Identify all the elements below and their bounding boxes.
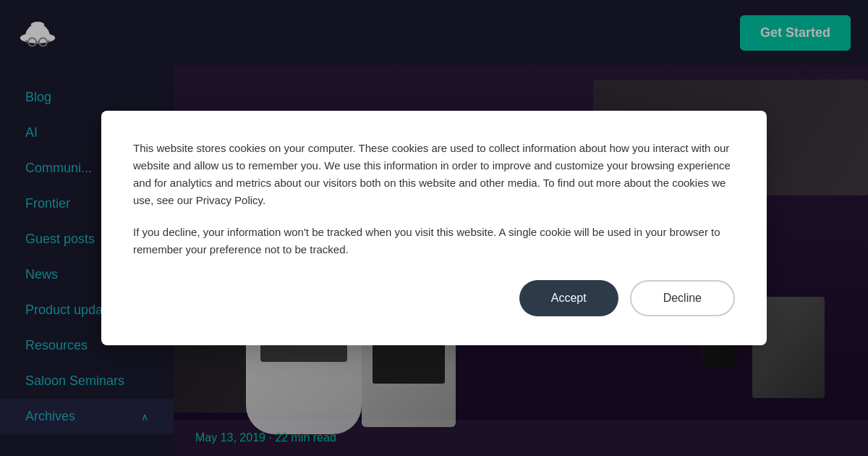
modal-buttons: Accept Decline — [133, 280, 735, 316]
cookie-text-1: This website stores cookies on your comp… — [133, 140, 735, 209]
accept-button[interactable]: Accept — [519, 280, 618, 316]
cookie-modal-overlay: This website stores cookies on your comp… — [0, 0, 868, 456]
decline-button[interactable]: Decline — [630, 280, 735, 316]
cookie-text-2: If you decline, your information won't b… — [133, 224, 735, 258]
cookie-modal: This website stores cookies on your comp… — [101, 111, 767, 345]
